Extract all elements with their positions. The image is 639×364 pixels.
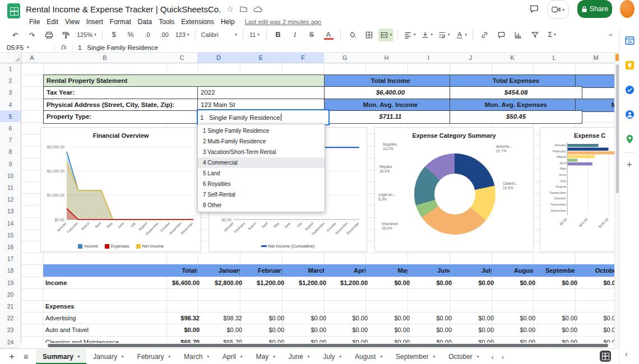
borders-icon[interactable]: [362, 29, 377, 41]
row-header-11[interactable]: 11: [0, 181, 21, 194]
column-header-J[interactable]: J: [450, 52, 492, 63]
account-avatar[interactable]: [620, 0, 635, 18]
comment-history-icon[interactable]: [529, 0, 539, 18]
keep-icon[interactable]: [624, 59, 635, 71]
maps-icon[interactable]: [624, 133, 635, 144]
format-currency-icon[interactable]: $: [106, 29, 122, 41]
table-cell[interactable]: $0.00: [450, 277, 496, 288]
expense-categories-bar-chart[interactable]: Expense CJanuaryFebruaryMarchAprilMayJun…: [540, 127, 615, 252]
table-header-cell[interactable]: July: [450, 264, 496, 277]
sheet-tab-may[interactable]: May▾: [249, 349, 281, 364]
cell-property-type-label[interactable]: Property Type:: [43, 110, 205, 124]
table-row-label[interactable]: Expenses: [43, 300, 171, 312]
table-cell[interactable]: $0.00: [408, 277, 454, 288]
italic-icon[interactable]: I: [288, 29, 303, 41]
row-header-9[interactable]: 9: [0, 158, 21, 170]
menu-help[interactable]: Help: [217, 18, 238, 26]
create-filter-icon[interactable]: [527, 29, 543, 41]
sheet-tab-january[interactable]: January▾: [86, 349, 130, 364]
table-cell[interactable]: $0.00: [240, 324, 286, 336]
row-header-22[interactable]: 22: [0, 312, 21, 324]
functions-icon[interactable]: Σ▾: [544, 29, 559, 41]
paint-format-icon[interactable]: [58, 29, 73, 41]
merge-cells-icon[interactable]: ▾: [378, 29, 394, 41]
column-header-I[interactable]: I: [408, 52, 450, 63]
table-cell[interactable]: $0.00: [365, 324, 412, 336]
expense-category-summary-chart[interactable]: Expense Category SummaryAdvertis...21.7%…: [374, 127, 534, 252]
row-header-21[interactable]: 21: [0, 300, 21, 312]
table-cell[interactable]: $0.00: [492, 324, 538, 336]
column-header-B[interactable]: B: [43, 52, 167, 63]
last-edit-link[interactable]: Last edit was 2 minutes ago: [245, 18, 321, 25]
sheet-tab-march[interactable]: March▾: [177, 349, 216, 364]
sheet-tab-summary[interactable]: Summary▾: [36, 349, 86, 364]
select-all-corner[interactable]: [0, 52, 21, 63]
cell-mon-avg-expenses-value[interactable]: $50.45: [450, 110, 582, 124]
row-header-1[interactable]: 1: [0, 63, 21, 75]
sheets-logo-icon[interactable]: [7, 3, 20, 18]
table-cell[interactable]: $0.00: [282, 324, 328, 336]
share-button[interactable]: Share: [577, 0, 612, 18]
row-header-3[interactable]: 3: [0, 86, 21, 99]
vertical-align-icon[interactable]: ▾: [419, 29, 435, 41]
table-header-cell[interactable]: March: [282, 264, 328, 277]
row-header-23[interactable]: 23: [0, 324, 21, 337]
table-row-label[interactable]: Income: [43, 277, 171, 288]
name-box[interactable]: D5:F5▾: [0, 44, 54, 51]
row-header-17[interactable]: 17: [0, 253, 21, 265]
row-header-6[interactable]: 6: [0, 122, 21, 134]
row-header-12[interactable]: 12: [0, 193, 21, 206]
dropdown-option[interactable]: 3 Vacation/Short-Term Rental: [198, 147, 325, 157]
menu-extensions[interactable]: Extensions: [178, 18, 217, 26]
bold-icon[interactable]: B: [271, 29, 286, 41]
selected-cell-property-type[interactable]: 1 Single Family Residence: [197, 109, 330, 125]
sheet-tab-october[interactable]: October▾: [442, 349, 485, 364]
dropdown-option[interactable]: 2 Multi-Family Residence: [198, 136, 325, 147]
insert-chart-icon[interactable]: [511, 29, 526, 41]
format-percent-icon[interactable]: %: [123, 29, 138, 41]
dropdown-option[interactable]: 4 Commercial: [198, 157, 325, 168]
row-header-24[interactable]: 24: [0, 336, 21, 348]
table-cell[interactable]: $0.00: [533, 312, 580, 324]
menu-edit[interactable]: Edit: [43, 18, 62, 26]
table-cell[interactable]: $0.00: [197, 324, 244, 336]
fill-color-icon[interactable]: [345, 29, 360, 41]
text-wrap-icon[interactable]: ▾: [436, 29, 452, 41]
dropdown-option[interactable]: 1 Single Family Residence: [198, 125, 325, 136]
vertical-scrollbar-thumb[interactable]: [616, 64, 619, 193]
table-cell[interactable]: $0.00: [282, 312, 328, 324]
font-select[interactable]: Calibri▾: [200, 29, 239, 41]
row-header-19[interactable]: 19: [0, 277, 21, 289]
table-cell[interactable]: $0.00: [533, 277, 580, 288]
table-header-cell[interactable]: June: [408, 264, 454, 277]
table-cell[interactable]: $0.00: [365, 277, 412, 288]
sheet-tab-july[interactable]: July▾: [316, 349, 348, 364]
menu-view[interactable]: View: [62, 18, 83, 26]
column-header-K[interactable]: K: [492, 52, 534, 63]
undo-icon[interactable]: ↶: [8, 29, 23, 41]
row-header-10[interactable]: 10: [0, 170, 21, 182]
get-add-ons-icon[interactable]: +: [624, 159, 635, 170]
row-header-4[interactable]: 4: [0, 99, 21, 111]
tasks-icon[interactable]: [624, 84, 635, 95]
menu-insert[interactable]: Insert: [83, 18, 106, 26]
insert-comment-icon[interactable]: [494, 29, 509, 41]
financial-overview-chart[interactable]: Financial Overview$0.00$1,000.00$2,000.0…: [40, 127, 201, 252]
table-cell[interactable]: $6,400.00: [166, 277, 202, 288]
font-size-select[interactable]: 11▾: [247, 29, 262, 41]
table-header-cell[interactable]: April: [324, 264, 370, 277]
table-cell[interactable]: $0.00: [450, 312, 496, 324]
row-header-20[interactable]: 20: [0, 288, 21, 301]
table-cell[interactable]: $0.00: [324, 312, 370, 324]
table-cell[interactable]: $0.00: [408, 324, 454, 336]
table-header-cell[interactable]: January: [197, 264, 244, 277]
tab-scroll-right-icon[interactable]: ›: [502, 353, 504, 361]
row-header-15[interactable]: 15: [0, 229, 21, 241]
increase-decimals-icon[interactable]: .00: [157, 29, 172, 41]
table-header-cell[interactable]: February: [240, 264, 286, 277]
row-header-14[interactable]: 14: [0, 217, 21, 230]
row-header-7[interactable]: 7: [0, 134, 21, 146]
row-header-8[interactable]: 8: [0, 146, 21, 158]
hide-side-panel-icon[interactable]: ‹: [625, 349, 628, 358]
table-cell[interactable]: $0.00: [365, 312, 412, 324]
